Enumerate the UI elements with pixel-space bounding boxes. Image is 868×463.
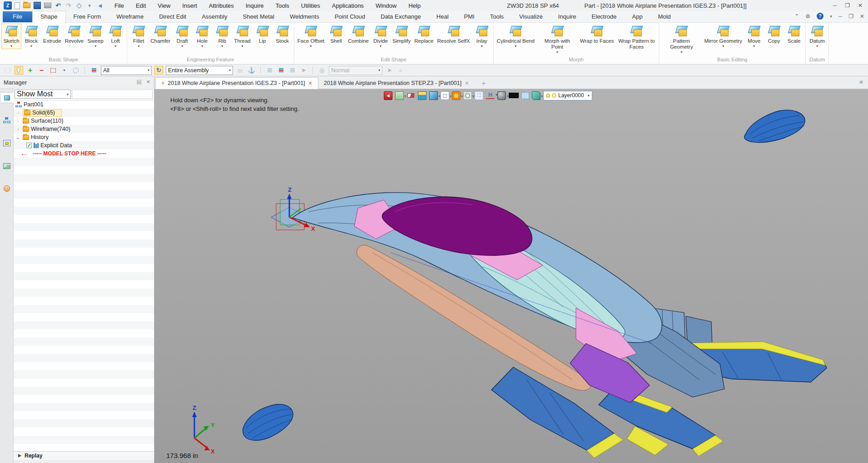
doc-restore-button[interactable]: ❐ <box>848 13 853 20</box>
revolve-button[interactable]: Revolve <box>63 24 86 49</box>
menu-attributes[interactable]: Attributes <box>209 2 234 9</box>
tab-inquire[interactable]: Inquire <box>551 11 584 22</box>
filter-combobox[interactable]: All▾ <box>101 66 152 75</box>
checkbox-checked-icon[interactable]: ✓ <box>26 143 32 148</box>
scope-cycle-icon[interactable]: ↻ <box>154 66 163 75</box>
pick-point-icon[interactable]: ➤ <box>385 66 394 75</box>
close-button[interactable]: ✕ <box>858 2 863 9</box>
manager-close-icon[interactable]: ✕ <box>146 79 150 86</box>
tree-node-solid[interactable]: › Solid(65) <box>14 109 154 117</box>
face-offset-button[interactable]: Face Offset▾ <box>296 24 326 49</box>
select-pick-icon[interactable] <box>15 66 23 75</box>
tree-node-wireframe[interactable]: › Wireframe(740) <box>14 125 154 133</box>
doc-tab-iges[interactable]: + 2018 Whole Airplane Presentation IGES.… <box>155 77 318 89</box>
scale-button[interactable]: Scale <box>784 24 804 49</box>
redo-icon[interactable]: ↷ <box>65 2 72 9</box>
tree-node-surface[interactable]: › Surface(110) <box>14 117 154 125</box>
collapse-left-icon[interactable]: ◀ <box>96 2 104 9</box>
lasso-select-icon[interactable] <box>71 66 80 75</box>
marquee-dropdown-icon[interactable]: ▾ <box>60 66 69 75</box>
detached-wing-bottom[interactable] <box>243 404 293 440</box>
collapse-ribbon-icon[interactable]: ⌃ <box>794 13 799 20</box>
doc-minimize-button[interactable]: ─ <box>838 13 843 20</box>
menu-help[interactable]: Help <box>408 2 421 9</box>
visual-manager-tab-icon[interactable] <box>1 160 12 171</box>
stack-filter-3-icon[interactable] <box>288 66 297 75</box>
print-icon[interactable] <box>44 3 51 8</box>
tab-assembly[interactable]: Assembly <box>194 11 235 22</box>
expander-icon[interactable]: › <box>15 110 21 115</box>
divide-button[interactable]: Divide▾ <box>371 24 391 49</box>
tab-wireframe[interactable]: Wireframe <box>109 11 151 22</box>
add-selection-icon[interactable]: + <box>26 66 35 75</box>
tab-close-icon[interactable]: ✕ <box>465 80 469 86</box>
tab-tools[interactable]: Tools <box>482 11 511 22</box>
unlink-icon[interactable]: ⚎ <box>236 66 244 75</box>
help-icon[interactable]: ? <box>817 13 823 20</box>
tab-free-form[interactable]: Free Form <box>66 11 109 22</box>
menu-insert[interactable]: Insert <box>182 2 197 9</box>
tab-data-exchange[interactable]: Data Exchange <box>373 11 429 22</box>
lip-button[interactable]: Lip <box>253 24 273 49</box>
tab-point-cloud[interactable]: Point Cloud <box>327 11 373 22</box>
wrap-pattern-to-faces-button[interactable]: Wrap Pattern to Faces <box>615 24 657 55</box>
pick-zoom-icon[interactable]: ⌕ <box>397 66 405 75</box>
pick-disabled-icon[interactable]: ➤ <box>299 66 308 75</box>
draft-button[interactable]: Draft▾ <box>172 24 192 49</box>
marquee-select-icon[interactable] <box>49 66 57 75</box>
tab-close-icon[interactable]: ✕ <box>308 80 312 86</box>
scope-combobox[interactable]: Entire Assembly▾ <box>166 66 233 75</box>
tree-node-explicit-data[interactable]: ✓ Explicit Data <box>14 141 154 149</box>
datum-button[interactable]: Datum▾ <box>807 24 827 49</box>
pattern-geometry-button[interactable]: Pattern Geometry▾ <box>660 24 702 55</box>
block-button[interactable]: Block▾ <box>21 24 41 49</box>
sketch-button[interactable]: Sketch▾ <box>1 24 21 49</box>
replace-button[interactable]: Replace <box>412 24 435 49</box>
menu-file[interactable]: File <box>114 2 124 9</box>
new-tab-button[interactable]: + <box>481 79 486 89</box>
remove-selection-icon[interactable]: − <box>37 66 46 75</box>
tab-electrode[interactable]: Electrode <box>584 11 625 22</box>
menu-applications[interactable]: Applications <box>332 2 364 9</box>
rib-button[interactable]: Rib▾ <box>212 24 232 49</box>
shell-button[interactable]: Shell <box>326 24 346 49</box>
anchor-icon[interactable]: ⚓ <box>247 66 256 75</box>
menu-tools[interactable]: Tools <box>276 2 289 9</box>
resolve-selfx-button[interactable]: Resolve SelfX <box>435 24 471 49</box>
filter-icon[interactable] <box>89 66 98 75</box>
save-icon[interactable] <box>34 2 41 9</box>
fillet-button[interactable]: Fillet▾ <box>129 24 149 49</box>
mirror-geometry-button[interactable]: Mirror Geometry▾ <box>702 24 744 49</box>
minimize-button[interactable]: ─ <box>833 2 837 9</box>
hole-button[interactable]: Hole▾ <box>192 24 212 49</box>
combine-button[interactable]: Combine <box>346 24 371 49</box>
help-dropdown-icon[interactable]: ▾ <box>830 14 832 19</box>
reorient-icon[interactable]: ◎ <box>317 66 326 75</box>
qat-dropdown-icon[interactable]: ▾ <box>86 2 93 9</box>
stock-button[interactable]: Stock <box>273 24 293 49</box>
tab-file[interactable]: File <box>3 11 32 22</box>
doc-close-button[interactable]: ✕ <box>860 13 864 20</box>
tree-node-part001[interactable]: Part001 <box>14 100 154 109</box>
inlay-button[interactable]: Inlay▾ <box>472 24 492 49</box>
manager-search-input[interactable] <box>72 90 153 99</box>
restore-button[interactable]: ❐ <box>845 2 850 9</box>
tab-app[interactable]: App <box>625 11 650 22</box>
new-file-icon[interactable] <box>15 2 20 9</box>
app-logo-icon[interactable]: Z <box>4 1 12 10</box>
replay-bar[interactable]: Replay <box>14 451 154 460</box>
tree-filter-combobox[interactable]: Show Most▾ <box>15 90 71 99</box>
tabbar-close-icon[interactable]: ✕ <box>859 79 863 85</box>
tab-heal[interactable]: Heal <box>429 11 456 22</box>
undo-icon[interactable]: ↶ <box>55 2 62 9</box>
detached-wing-top[interactable] <box>744 110 805 142</box>
menu-view[interactable]: View <box>158 2 170 9</box>
tab-visualize[interactable]: Visualize <box>511 11 551 22</box>
regen-icon[interactable]: ◇ <box>75 2 83 9</box>
menu-utilities[interactable]: Utilities <box>301 2 320 9</box>
wrap-to-faces-button[interactable]: Wrap to Faces <box>578 24 616 49</box>
airplane-model[interactable] <box>293 193 827 458</box>
thread-button[interactable]: Thread▾ <box>232 24 252 49</box>
3d-model-canvas[interactable]: Z X <box>154 89 868 463</box>
menu-inquire[interactable]: Inquire <box>246 2 264 9</box>
